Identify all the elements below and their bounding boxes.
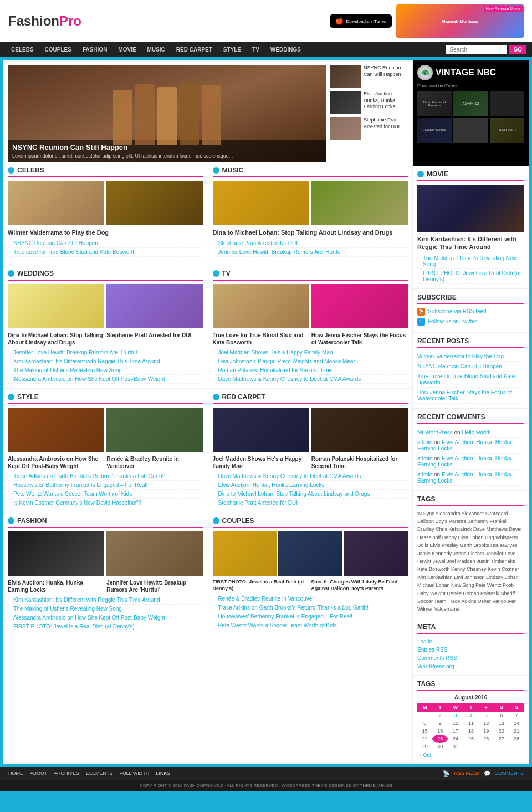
tag-garth[interactable]: Garth Brooks <box>460 542 491 548</box>
tag-dolls[interactable]: Dolls <box>417 542 430 548</box>
cal-d-11[interactable]: 11 <box>463 719 478 727</box>
rss-feed-link[interactable]: RSS FEED <box>454 770 479 776</box>
cal-d-16[interactable]: 16 <box>432 727 447 735</box>
tag-alessandra[interactable]: Alessandra <box>436 511 462 516</box>
couples-link-1[interactable]: Renée & Bradley Reunite in Vancouver <box>213 595 408 603</box>
celebs-link-2[interactable]: True Love for True Blood Stud and Kate B… <box>8 248 203 257</box>
comment-1-author[interactable]: Mr WordPress <box>417 429 453 435</box>
comment-2-author[interactable]: admin <box>417 439 432 445</box>
tag-lindsay[interactable]: Lindsay Lohan <box>486 575 519 580</box>
redcarpet-art-title-2[interactable]: Roman Polanski Hospitalized for Second T… <box>311 455 408 470</box>
rc-link-4[interactable]: Stephanie Pratt Arrested for DUI <box>213 499 408 507</box>
wedding-art-title-2[interactable]: Stephanie Pratt Arrested for DUI <box>106 332 203 346</box>
tag-chris[interactable]: Chris Kirkpatrick <box>436 526 473 532</box>
cal-d-14[interactable]: 14 <box>509 719 524 727</box>
thumb-item-3[interactable]: Stephanie Pratt Arrested for DUI <box>330 117 408 140</box>
tag-vancouver[interactable]: Vancouver <box>492 598 515 604</box>
tag-housewives[interactable]: Housewives <box>490 542 518 548</box>
cal-d-31[interactable]: 31 <box>448 743 463 750</box>
fashion-art-title-2[interactable]: Jennifer Love Hewitt: Breakup Rumors Are… <box>106 579 203 593</box>
cal-d-12[interactable]: 12 <box>479 719 494 727</box>
tag-pete[interactable]: Pete Wentz <box>475 582 503 588</box>
nav-movie[interactable]: MOVIE <box>112 42 141 57</box>
tag-jewel[interactable]: Jewel <box>433 559 447 564</box>
cal-d-6[interactable]: 6 <box>494 712 509 719</box>
nav-redcarpet[interactable]: RED CARPET <box>171 42 218 57</box>
nbc-show-hitchcock[interactable]: Alfred Hitchcock Presents <box>417 91 452 116</box>
weddings-link-2[interactable]: Kim Kardashian: It's Different with Regg… <box>8 357 203 366</box>
music-main-title[interactable]: Dina to Michael Lohan: Stop Talking Abou… <box>213 229 408 236</box>
movie-main-title[interactable]: Kim Kardashian: It's Different with Regg… <box>417 235 524 251</box>
tag-kenny[interactable]: Kenny Chesney <box>451 566 488 572</box>
cal-d-10[interactable]: 10 <box>448 719 463 727</box>
cal-d-9[interactable]: 9 <box>432 719 447 727</box>
tag-nsync[interactable]: 'N Sync <box>417 511 436 516</box>
footer-links[interactable]: LINKS <box>156 770 170 776</box>
comment-4-author[interactable]: admin <box>417 471 432 478</box>
tag-jenna[interactable]: Jenna Fischer <box>453 551 486 556</box>
tv-art-title-1[interactable]: True Love for True Blood Stud and Kate B… <box>213 332 309 346</box>
movie-link-2[interactable]: FIRST PHOTO: Jewel is a Real Dish (at De… <box>417 269 524 284</box>
tv-link-2[interactable]: Levi Johnston's Playgirl Prep: Weights a… <box>213 357 408 366</box>
cal-d-29[interactable]: 29 <box>417 743 432 750</box>
cal-d-23-today[interactable]: 23 <box>432 735 447 743</box>
fashion-art-title-1[interactable]: Elvis Auction: Hunka, Hunka Earning Lock… <box>8 579 104 593</box>
couples-link-3[interactable]: Housewives' Bethenny Frankel Is Engaged … <box>213 612 408 621</box>
tag-dave[interactable]: Dave Matthews <box>473 526 509 532</box>
footer-archives[interactable]: ARCHIVES <box>54 770 79 776</box>
footer-elements[interactable]: ELEMENTS <box>86 770 113 776</box>
meta-comments-rss[interactable]: Comments RSS <box>417 654 524 662</box>
recent-post-3[interactable]: True Love for True Blood Stud and Kate B… <box>417 372 524 388</box>
music-link-1[interactable]: Stephanie Pratt Arrested for DUI <box>213 239 408 248</box>
comment-1-post[interactable]: Hello world! <box>462 429 490 435</box>
cal-d-7[interactable]: 7 <box>509 712 524 719</box>
cal-d-8[interactable]: 8 <box>417 719 432 727</box>
music-link-2[interactable]: Jennifer Love Hewitt: Breakup Rumors Are… <box>213 248 408 257</box>
cal-d-22[interactable]: 22 <box>417 735 432 743</box>
style-link-4[interactable]: Is Kevin Costner Germany's New David Has… <box>8 499 203 507</box>
tag-renee[interactable]: Renée <box>447 591 463 596</box>
tag-levi[interactable]: Levi Johnston <box>454 575 486 580</box>
couples-link-4[interactable]: Pete Wentz Wants a Soccer Team Worth of … <box>213 621 408 630</box>
thumb-item-2[interactable]: Elvis Auction: Hunka, Hunka Earning Lock… <box>330 91 408 114</box>
redcarpet-art-title-1[interactable]: Joel Madden Shows He's a Happy Family Ma… <box>213 455 309 470</box>
movie-link-1[interactable]: The Making of Usher's Revealing New Song <box>417 254 524 269</box>
nav-celebs[interactable]: CELEBS <box>6 42 39 57</box>
couples-art-title-2[interactable]: Sheriff: Charges Will 'Likely Be Filed' … <box>311 579 408 592</box>
tv-art-title-2[interactable]: How Jenna Fischer Stays the Focus of Wat… <box>311 332 408 346</box>
logo[interactable]: FashionPro <box>8 13 81 29</box>
style-link-3[interactable]: Pete Wentz Wants a Soccer Team Worth of … <box>8 490 203 499</box>
weddings-link-1[interactable]: Jennifer Love Hewitt: Breakup Rumors Are… <box>8 348 203 357</box>
tv-link-4[interactable]: Dave Matthews & Kenny Chesney to Duet at… <box>213 375 408 384</box>
tag-dina[interactable]: Dina Lohan <box>458 535 485 540</box>
tv-link-1[interactable]: Joel Madden Shows He's a Happy Family Ma… <box>213 348 408 357</box>
footer-about[interactable]: ABOUT <box>30 770 47 776</box>
tag-dog[interactable]: Dog Whisperer <box>485 535 518 540</box>
celebs-main-title[interactable]: Wilmer Valderrama to Play the Dog <box>8 229 203 236</box>
cal-d-19[interactable]: 19 <box>479 727 494 735</box>
tag-kate[interactable]: Kate Bosworth <box>417 566 451 572</box>
cal-d-13[interactable]: 13 <box>494 719 509 727</box>
tag-michael[interactable]: Michael Lohan <box>417 582 451 588</box>
weddings-link-3[interactable]: The Making of Usher's Revealing New Song <box>8 366 203 375</box>
wedding-art-title-1[interactable]: Dina to Michael Lohan: Stop Talking Abou… <box>8 332 104 346</box>
tag-joel[interactable]: Joel Madden <box>447 559 477 564</box>
tag-sheriff[interactable]: Sheriff <box>500 591 515 596</box>
fashion-link-1[interactable]: Kim Kardashian: It's Different with Regg… <box>8 596 203 605</box>
cal-d-30[interactable]: 30 <box>432 743 447 750</box>
recent-post-4[interactable]: How Jenna Fischer Stays the Focus of Wat… <box>417 388 524 404</box>
nav-style[interactable]: STYLE <box>218 42 247 57</box>
rss-subscribe[interactable]: 📡 Subscribe via RSS feed <box>417 308 524 316</box>
search-input[interactable] <box>446 45 507 54</box>
tag-trace[interactable]: Trace Adkins <box>448 598 478 604</box>
nav-fashion[interactable]: FASHION <box>77 42 112 57</box>
cal-d-24[interactable]: 24 <box>448 735 463 743</box>
tag-wilmer[interactable]: Wilmer Valderrama <box>417 606 459 612</box>
nav-couples[interactable]: COUPLES <box>39 42 77 57</box>
itunes-button[interactable]: 🍎 Download on iTunes <box>330 14 392 28</box>
couples-art-title-1[interactable]: FIRST PHOTO: Jewel is a Real Dish (at De… <box>213 579 310 592</box>
nbc-show-adam12[interactable]: ADAM-12 <box>453 91 488 116</box>
footer-fullwidth[interactable]: FULL WIDTH <box>120 770 150 776</box>
cal-d-15[interactable]: 15 <box>417 727 432 735</box>
nav-weddings[interactable]: WEDDINGS <box>265 42 306 57</box>
